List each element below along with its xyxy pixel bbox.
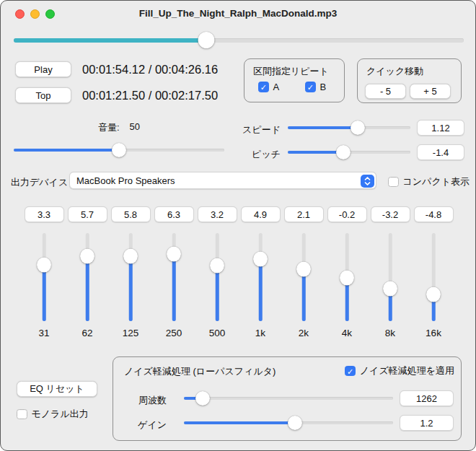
pitch-value-field[interactable]: -1.4 <box>417 144 464 160</box>
volume-label: 音量: <box>98 121 120 134</box>
check-icon: ✓ <box>306 82 315 92</box>
noise-freq-label: 周波数 <box>135 394 167 407</box>
noise-freq-track[interactable] <box>184 397 393 400</box>
eq-slider[interactable] <box>282 233 325 321</box>
noise-apply-checkbox-row[interactable]: ✓ ノイズ軽減処理を適用 <box>345 364 454 377</box>
eq-freq-label: 1k <box>239 328 282 338</box>
time-ab-display: 00:01:21.50 / 00:02:17.50 <box>82 87 218 103</box>
ab-repeat-group: 区間指定リピート ✓ A ✓ B <box>244 58 345 102</box>
top-button[interactable]: Top <box>15 87 71 103</box>
seek-handle[interactable] <box>198 32 215 48</box>
eq-gain-field[interactable]: 3.3 <box>25 206 64 222</box>
eq-slider-handle[interactable] <box>167 246 181 261</box>
eq-band: 3.3 31 <box>22 206 66 345</box>
quick-move-title: クイック移動 <box>366 65 423 78</box>
check-icon: ✓ <box>259 82 268 92</box>
speed-fill <box>288 126 358 130</box>
eq-gain-field[interactable]: 6.3 <box>154 206 194 222</box>
eq-gain-field[interactable]: -0.2 <box>327 206 367 222</box>
eq-slider[interactable] <box>66 233 109 321</box>
speed-slider[interactable] <box>288 120 410 136</box>
eq-freq-label: 250 <box>152 328 195 338</box>
eq-freq-label: 62 <box>66 328 109 338</box>
play-button[interactable]: Play <box>15 61 71 77</box>
minimize-button[interactable] <box>30 9 40 19</box>
eq-slider[interactable] <box>369 233 412 321</box>
eq-slider[interactable] <box>195 233 239 321</box>
noise-reduction-title: ノイズ軽減処理 (ローパスフィルタ) <box>124 365 276 378</box>
eq-reset-button[interactable]: EQ リセット <box>17 381 97 397</box>
eq-slider-fill <box>259 259 263 321</box>
eq-freq-label: 16k <box>412 328 455 338</box>
eq-slider[interactable] <box>325 233 369 321</box>
pitch-handle[interactable] <box>336 145 351 159</box>
compact-view-checkbox-row[interactable]: ✓ コンパクト表示 <box>388 175 470 188</box>
mono-output-checkbox-row[interactable]: ✓ モノラル出力 <box>17 408 89 421</box>
eq-freq-label: 500 <box>195 328 239 338</box>
repeat-b-checkbox[interactable]: ✓ <box>305 82 316 92</box>
eq-slider-fill <box>86 256 89 321</box>
eq-slider[interactable] <box>152 233 195 321</box>
repeat-a-checkbox-row[interactable]: ✓ A <box>258 82 279 92</box>
speed-value-field[interactable]: 1.12 <box>417 120 464 136</box>
noise-reduction-group: ノイズ軽減処理 (ローパスフィルタ) ✓ ノイズ軽減処理を適用 周波数 1262… <box>113 356 462 441</box>
eq-slider-handle[interactable] <box>123 248 138 263</box>
pitch-slider[interactable] <box>288 144 410 160</box>
eq-band: 6.3 250 <box>152 206 195 345</box>
noise-gain-slider[interactable] <box>184 415 393 431</box>
volume-slider[interactable] <box>14 142 224 158</box>
seek-slider[interactable] <box>14 31 464 50</box>
mono-output-checkbox[interactable]: ✓ <box>17 409 27 420</box>
eq-gain-field[interactable]: 5.7 <box>68 206 107 222</box>
eq-gain-field[interactable]: 3.2 <box>198 206 237 222</box>
eq-slider-fill <box>172 254 176 321</box>
eq-slider-handle[interactable] <box>210 258 224 273</box>
close-button[interactable] <box>15 9 25 19</box>
output-device-select[interactable]: MacBook Pro Speakers <box>69 172 376 189</box>
eq-gain-field[interactable]: 2.1 <box>284 206 324 222</box>
eq-gain-field[interactable]: 5.8 <box>111 206 151 222</box>
repeat-b-checkbox-row[interactable]: ✓ B <box>305 82 326 92</box>
repeat-a-checkbox[interactable]: ✓ <box>258 82 269 92</box>
eq-band: 3.2 500 <box>195 206 239 345</box>
noise-apply-checkbox[interactable]: ✓ <box>345 366 356 377</box>
volume-handle[interactable] <box>112 143 126 157</box>
eq-slider-handle[interactable] <box>383 281 397 297</box>
window-title: Fill_Up_The_Night_Ralph_MacDonald.mp3 <box>66 8 410 19</box>
eq-slider-handle[interactable] <box>80 249 94 264</box>
zoom-button[interactable] <box>45 9 55 19</box>
pitch-label: ピッチ <box>239 148 281 161</box>
eq-band: 4.9 1k <box>239 206 282 345</box>
time-current-display: 00:01:54.12 / 00:04:26.16 <box>82 61 218 77</box>
output-device-label: 出力デバイス <box>11 176 68 189</box>
forward-5-button[interactable]: + 5 <box>410 84 451 99</box>
back-5-button[interactable]: - 5 <box>365 84 406 99</box>
eq-slider-fill <box>302 269 306 321</box>
quick-move-group: クイック移動 - 5 + 5 <box>357 58 462 103</box>
volume-fill <box>14 149 119 152</box>
eq-slider-handle[interactable] <box>37 258 51 273</box>
noise-freq-handle[interactable] <box>195 391 210 406</box>
noise-freq-value-field[interactable]: 1262 <box>400 390 454 406</box>
compact-view-checkbox[interactable]: ✓ <box>388 177 399 188</box>
eq-slider-handle[interactable] <box>253 252 268 267</box>
eq-slider-handle[interactable] <box>296 262 311 277</box>
speed-handle[interactable] <box>351 121 365 135</box>
player-window: Fill_Up_The_Night_Ralph_MacDonald.mp3 Pl… <box>0 0 476 451</box>
eq-slider[interactable] <box>412 233 455 321</box>
eq-slider[interactable] <box>239 233 282 321</box>
eq-slider-handle[interactable] <box>426 287 441 302</box>
eq-gain-field[interactable]: 4.9 <box>241 206 281 222</box>
eq-slider[interactable] <box>109 233 152 321</box>
speed-label: スピード <box>239 123 281 136</box>
noise-freq-slider[interactable] <box>184 390 393 406</box>
eq-gain-field[interactable]: -3.2 <box>371 206 410 222</box>
eq-gain-field[interactable]: -4.8 <box>414 206 454 222</box>
noise-gain-handle[interactable] <box>288 416 302 430</box>
eq-slider-fill <box>43 265 46 321</box>
noise-gain-value-field[interactable]: 1.2 <box>400 415 454 431</box>
eq-band: -0.2 4k <box>325 206 369 345</box>
eq-slider[interactable] <box>22 233 66 321</box>
eq-slider-handle[interactable] <box>340 271 354 286</box>
repeat-b-label: B <box>320 82 327 92</box>
